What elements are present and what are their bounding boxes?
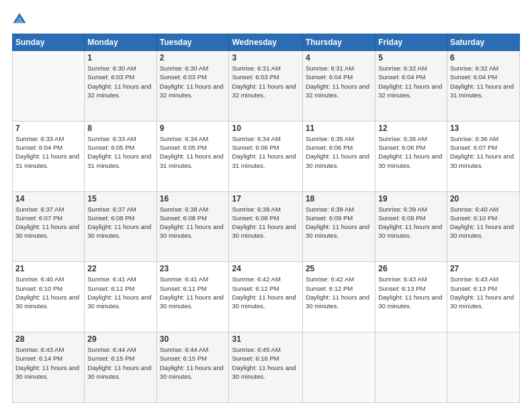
day-info: Sunrise: 6:41 AMSunset: 6:11 PMDaylight:… xyxy=(87,275,153,310)
day-cell: 28Sunrise: 6:43 AMSunset: 6:14 PMDayligh… xyxy=(13,332,85,403)
col-header-monday: Monday xyxy=(85,34,157,51)
day-cell xyxy=(375,332,447,403)
day-info: Sunrise: 6:42 AMSunset: 6:12 PMDaylight:… xyxy=(306,275,372,310)
day-number: 23 xyxy=(160,264,226,273)
day-number: 16 xyxy=(160,194,226,203)
day-number: 31 xyxy=(232,334,299,344)
day-info: Sunrise: 6:40 AMSunset: 6:10 PMDaylight:… xyxy=(450,205,517,240)
day-cell xyxy=(302,332,375,403)
day-cell: 30Sunrise: 6:44 AMSunset: 6:15 PMDayligh… xyxy=(157,332,229,403)
day-info: Sunrise: 6:34 AMSunset: 6:06 PMDaylight:… xyxy=(232,134,299,170)
day-info: Sunrise: 6:45 AMSunset: 6:16 PMDaylight:… xyxy=(232,345,299,381)
day-number: 10 xyxy=(232,124,299,133)
day-number: 3 xyxy=(232,53,299,62)
logo xyxy=(12,12,30,27)
day-number: 6 xyxy=(450,53,517,62)
day-number: 25 xyxy=(306,264,372,273)
day-number: 14 xyxy=(15,194,81,203)
calendar-page: SundayMondayTuesdayWednesdayThursdayFrid… xyxy=(0,0,532,411)
col-header-sunday: Sunday xyxy=(13,34,85,51)
day-cell: 8Sunrise: 6:33 AMSunset: 6:05 PMDaylight… xyxy=(85,121,157,191)
day-number: 4 xyxy=(306,53,372,62)
day-number: 30 xyxy=(160,334,226,344)
day-info: Sunrise: 6:38 AMSunset: 6:08 PMDaylight:… xyxy=(160,205,226,240)
day-cell: 21Sunrise: 6:40 AMSunset: 6:10 PMDayligh… xyxy=(13,262,85,332)
day-number: 20 xyxy=(450,194,517,203)
day-number: 28 xyxy=(15,334,81,344)
day-cell: 26Sunrise: 6:43 AMSunset: 6:13 PMDayligh… xyxy=(375,262,447,332)
header-row: SundayMondayTuesdayWednesdayThursdayFrid… xyxy=(13,34,520,51)
day-number: 26 xyxy=(378,264,444,273)
day-cell: 1Sunrise: 6:30 AMSunset: 6:03 PMDaylight… xyxy=(85,51,157,122)
day-cell: 3Sunrise: 6:31 AMSunset: 6:03 PMDaylight… xyxy=(229,51,302,122)
day-cell: 31Sunrise: 6:45 AMSunset: 6:16 PMDayligh… xyxy=(229,332,302,403)
day-number: 9 xyxy=(160,124,226,133)
day-info: Sunrise: 6:43 AMSunset: 6:13 PMDaylight:… xyxy=(378,275,444,310)
day-number: 17 xyxy=(232,194,299,203)
day-number: 7 xyxy=(15,124,81,133)
day-cell: 29Sunrise: 6:44 AMSunset: 6:15 PMDayligh… xyxy=(85,332,157,403)
day-info: Sunrise: 6:34 AMSunset: 6:05 PMDaylight:… xyxy=(160,134,226,170)
day-info: Sunrise: 6:32 AMSunset: 6:04 PMDaylight:… xyxy=(378,64,444,99)
day-info: Sunrise: 6:30 AMSunset: 6:03 PMDaylight:… xyxy=(160,64,226,99)
week-row-2: 14Sunrise: 6:37 AMSunset: 6:07 PMDayligh… xyxy=(13,191,520,262)
day-info: Sunrise: 6:37 AMSunset: 6:08 PMDaylight:… xyxy=(87,205,153,240)
day-info: Sunrise: 6:36 AMSunset: 6:07 PMDaylight:… xyxy=(450,134,517,170)
calendar-table: SundayMondayTuesdayWednesdayThursdayFrid… xyxy=(12,34,520,403)
day-cell: 13Sunrise: 6:36 AMSunset: 6:07 PMDayligh… xyxy=(447,121,519,191)
col-header-thursday: Thursday xyxy=(302,34,375,51)
day-number: 24 xyxy=(232,264,299,273)
day-cell: 11Sunrise: 6:35 AMSunset: 6:06 PMDayligh… xyxy=(302,121,375,191)
day-cell: 7Sunrise: 6:33 AMSunset: 6:04 PMDaylight… xyxy=(13,121,85,191)
day-info: Sunrise: 6:43 AMSunset: 6:13 PMDaylight:… xyxy=(450,275,517,310)
day-number: 29 xyxy=(87,334,153,344)
day-cell: 19Sunrise: 6:39 AMSunset: 6:09 PMDayligh… xyxy=(375,191,447,262)
day-number: 8 xyxy=(87,124,153,133)
day-cell: 5Sunrise: 6:32 AMSunset: 6:04 PMDaylight… xyxy=(375,51,447,122)
day-cell: 24Sunrise: 6:42 AMSunset: 6:12 PMDayligh… xyxy=(229,262,302,332)
week-row-0: 1Sunrise: 6:30 AMSunset: 6:03 PMDaylight… xyxy=(13,51,520,122)
day-number: 12 xyxy=(378,124,444,133)
day-info: Sunrise: 6:31 AMSunset: 6:04 PMDaylight:… xyxy=(306,64,372,99)
day-info: Sunrise: 6:30 AMSunset: 6:03 PMDaylight:… xyxy=(87,64,153,99)
day-cell: 23Sunrise: 6:41 AMSunset: 6:11 PMDayligh… xyxy=(157,262,229,332)
day-cell: 17Sunrise: 6:38 AMSunset: 6:08 PMDayligh… xyxy=(229,191,302,262)
day-info: Sunrise: 6:38 AMSunset: 6:08 PMDaylight:… xyxy=(232,205,299,240)
day-info: Sunrise: 6:35 AMSunset: 6:06 PMDaylight:… xyxy=(306,134,372,170)
day-number: 5 xyxy=(378,53,444,62)
day-cell xyxy=(447,332,519,403)
day-cell: 22Sunrise: 6:41 AMSunset: 6:11 PMDayligh… xyxy=(85,262,157,332)
day-cell: 10Sunrise: 6:34 AMSunset: 6:06 PMDayligh… xyxy=(229,121,302,191)
day-number: 19 xyxy=(378,194,444,203)
day-info: Sunrise: 6:31 AMSunset: 6:03 PMDaylight:… xyxy=(232,64,299,99)
day-info: Sunrise: 6:41 AMSunset: 6:11 PMDaylight:… xyxy=(160,275,226,310)
day-number: 15 xyxy=(87,194,153,203)
day-cell: 4Sunrise: 6:31 AMSunset: 6:04 PMDaylight… xyxy=(302,51,375,122)
day-cell xyxy=(13,51,85,122)
day-cell: 20Sunrise: 6:40 AMSunset: 6:10 PMDayligh… xyxy=(447,191,519,262)
col-header-friday: Friday xyxy=(375,34,447,51)
week-row-1: 7Sunrise: 6:33 AMSunset: 6:04 PMDaylight… xyxy=(13,121,520,191)
day-cell: 12Sunrise: 6:36 AMSunset: 6:06 PMDayligh… xyxy=(375,121,447,191)
day-info: Sunrise: 6:32 AMSunset: 6:04 PMDaylight:… xyxy=(450,64,517,99)
day-cell: 2Sunrise: 6:30 AMSunset: 6:03 PMDaylight… xyxy=(157,51,229,122)
day-cell: 15Sunrise: 6:37 AMSunset: 6:08 PMDayligh… xyxy=(85,191,157,262)
day-info: Sunrise: 6:44 AMSunset: 6:15 PMDaylight:… xyxy=(160,345,226,381)
day-info: Sunrise: 6:39 AMSunset: 6:09 PMDaylight:… xyxy=(306,205,372,240)
day-number: 1 xyxy=(87,53,153,62)
logo-icon xyxy=(12,12,27,27)
col-header-saturday: Saturday xyxy=(447,34,519,51)
day-cell: 25Sunrise: 6:42 AMSunset: 6:12 PMDayligh… xyxy=(302,262,375,332)
day-cell: 27Sunrise: 6:43 AMSunset: 6:13 PMDayligh… xyxy=(447,262,519,332)
day-number: 13 xyxy=(450,124,517,133)
day-info: Sunrise: 6:43 AMSunset: 6:14 PMDaylight:… xyxy=(15,345,81,381)
week-row-3: 21Sunrise: 6:40 AMSunset: 6:10 PMDayligh… xyxy=(13,262,520,332)
day-info: Sunrise: 6:42 AMSunset: 6:12 PMDaylight:… xyxy=(232,275,299,310)
day-info: Sunrise: 6:36 AMSunset: 6:06 PMDaylight:… xyxy=(378,134,444,170)
day-number: 22 xyxy=(87,264,153,273)
day-info: Sunrise: 6:39 AMSunset: 6:09 PMDaylight:… xyxy=(378,205,444,240)
col-header-tuesday: Tuesday xyxy=(157,34,229,51)
day-cell: 18Sunrise: 6:39 AMSunset: 6:09 PMDayligh… xyxy=(302,191,375,262)
day-cell: 6Sunrise: 6:32 AMSunset: 6:04 PMDaylight… xyxy=(447,51,519,122)
day-info: Sunrise: 6:33 AMSunset: 6:04 PMDaylight:… xyxy=(15,134,81,170)
